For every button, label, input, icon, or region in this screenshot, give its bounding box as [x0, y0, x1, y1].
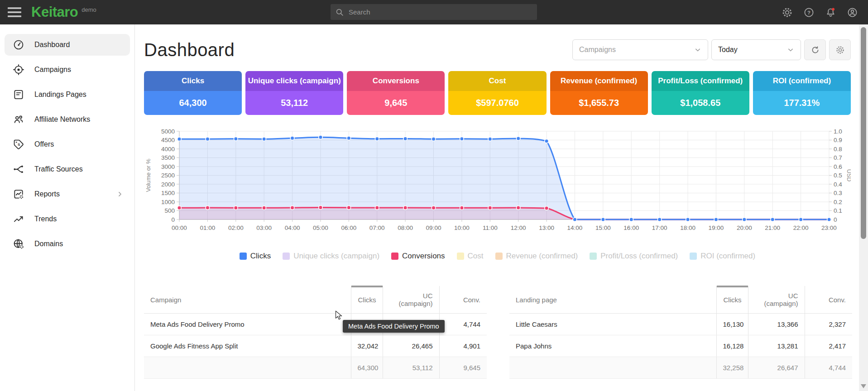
svg-text:17:00: 17:00 — [652, 224, 667, 231]
stat-card-value: 64,300 — [144, 91, 242, 115]
svg-text:11:00: 11:00 — [483, 224, 498, 231]
table-row-name[interactable]: Little Caesars — [509, 314, 716, 335]
totals-row: 32,25826,6474,744 — [509, 357, 852, 379]
table-row[interactable]: Little Caesars16,13013,3662,327 — [509, 314, 852, 335]
legend-item-roi-confirmed[interactable]: ROI (confirmed) — [690, 252, 755, 261]
sidebar-item-affiliate-networks[interactable]: Affiliate Networks — [5, 109, 130, 130]
main-content: Dashboard Campaigns Today Clicks64,3 — [135, 24, 859, 391]
user-icon[interactable] — [847, 7, 858, 18]
chevron-right-icon — [115, 190, 125, 199]
sidebar-item-campaigns[interactable]: Campaigns — [5, 59, 130, 81]
column-header-uc-campaign[interactable]: UC (campaign) — [383, 286, 439, 314]
stat-card-profit-loss-confirmed[interactable]: Profit/Loss (confirmed)$1,058.65 — [652, 71, 749, 115]
svg-text:04:00: 04:00 — [285, 224, 300, 231]
legend-item-profit-loss-confirmed[interactable]: Profit/Loss (confirmed) — [590, 252, 678, 261]
column-header-clicks[interactable]: Clicks — [716, 286, 748, 314]
sidebar-item-label: Landings Pages — [34, 91, 125, 99]
totals-cell — [509, 357, 716, 379]
menu-icon[interactable] — [8, 7, 21, 17]
traffic-chart[interactable]: 0500100015002000250030003500400045005000… — [144, 127, 851, 241]
legend-item-conversions[interactable]: Conversions — [391, 252, 445, 261]
svg-text:18:00: 18:00 — [680, 224, 695, 231]
campaigns-icon — [13, 64, 24, 76]
notification-badge — [832, 8, 834, 10]
stat-card-label: Clicks — [144, 71, 242, 91]
search-box[interactable] — [331, 4, 537, 20]
svg-text:12:00: 12:00 — [511, 224, 526, 231]
svg-text:3000: 3000 — [161, 163, 175, 170]
table-row-name[interactable]: Google Ads Fitness App Split — [144, 335, 351, 357]
svg-text:0.3: 0.3 — [834, 190, 842, 196]
stat-card-revenue-confirmed[interactable]: Revenue (confirmed)$1,655.73 — [550, 71, 648, 115]
stat-card-clicks[interactable]: Clicks64,300 — [144, 71, 242, 115]
svg-text:09:00: 09:00 — [426, 224, 441, 231]
stat-card-label: Unique clicks (campaign) — [245, 71, 343, 91]
logo[interactable]: Keitaro demo — [31, 4, 96, 21]
sidebar-item-trends[interactable]: Trends — [5, 208, 130, 230]
table-row[interactable]: Papa Johns16,12813,2812,417 — [509, 335, 852, 357]
stat-card-unique-clicks-campaign[interactable]: Unique clicks (campaign)53,112 — [245, 71, 343, 115]
svg-text:16:00: 16:00 — [623, 224, 639, 231]
column-header-campaign[interactable]: Campaign — [144, 286, 351, 314]
search-input[interactable] — [349, 8, 532, 16]
sidebar-item-dashboard[interactable]: Dashboard — [5, 34, 130, 56]
legend-item-revenue-confirmed[interactable]: Revenue (confirmed) — [495, 252, 578, 261]
column-header-conv[interactable]: Conv. — [805, 286, 852, 314]
legend-swatch — [590, 253, 597, 260]
svg-text:3500: 3500 — [161, 154, 175, 161]
totals-cell: 64,300 — [351, 357, 383, 379]
svg-text:1.0: 1.0 — [834, 128, 842, 135]
affiliate-icon — [13, 114, 24, 125]
stat-card-label: Profit/Loss (confirmed) — [652, 71, 749, 91]
help-icon[interactable]: ? — [803, 7, 815, 18]
gear-icon[interactable] — [782, 7, 793, 18]
dashboard-settings-button[interactable] — [829, 39, 851, 60]
svg-text:0.1: 0.1 — [834, 207, 842, 214]
svg-text:02:00: 02:00 — [228, 224, 244, 231]
legend-label: Unique clicks (campaign) — [293, 252, 379, 261]
svg-text:10:00: 10:00 — [454, 224, 470, 231]
reports-icon — [13, 188, 24, 200]
column-header-conv[interactable]: Conv. — [439, 286, 487, 314]
legend-item-unique-clicks-campaign[interactable]: Unique clicks (campaign) — [283, 252, 379, 261]
svg-text:03:00: 03:00 — [256, 224, 272, 231]
stat-card-label: Cost — [448, 71, 546, 91]
svg-text:0.9: 0.9 — [834, 137, 842, 143]
campaigns-filter-value: Campaigns — [579, 46, 616, 54]
stat-card-conversions[interactable]: Conversions9,645 — [347, 71, 445, 115]
scroll-down-arrow[interactable] — [861, 384, 866, 388]
refresh-button[interactable] — [804, 39, 826, 60]
table-row-name[interactable]: Papa Johns — [509, 335, 716, 357]
sidebar-item-offers[interactable]: SOffers — [5, 134, 130, 155]
svg-text:06:00: 06:00 — [341, 224, 356, 231]
stat-card-value: $597.0760 — [448, 91, 546, 115]
stat-card-roi-confirmed[interactable]: ROI (confirmed)177.31% — [753, 71, 851, 115]
column-header-uc-campaign[interactable]: UC (campaign) — [748, 286, 805, 314]
sidebar-item-label: Domains — [34, 240, 125, 248]
chevron-down-icon — [693, 45, 702, 54]
sidebar-item-domains[interactable]: Domains — [5, 233, 130, 255]
scrollbar-thumb[interactable] — [861, 27, 866, 239]
column-header-landing-page[interactable]: Landing page — [509, 286, 716, 314]
campaigns-filter-select[interactable]: Campaigns — [572, 39, 708, 60]
svg-text:1500: 1500 — [161, 190, 175, 196]
column-header-clicks[interactable]: Clicks — [351, 286, 383, 314]
sidebar-item-landings-pages[interactable]: Landings Pages — [5, 84, 130, 105]
table-row-name[interactable]: Meta Ads Food Delivery Promo — [144, 314, 351, 335]
table-row[interactable]: Google Ads Fitness App Split32,04226,465… — [144, 335, 487, 357]
svg-text:4500: 4500 — [161, 137, 175, 143]
summary-tables: CampaignClicksUC (campaign)Conv.Meta Ads… — [144, 286, 851, 379]
stat-card-cost[interactable]: Cost$597.0760 — [448, 71, 546, 115]
sidebar-item-traffic-sources[interactable]: Traffic Sources — [5, 158, 130, 180]
legend-item-clicks[interactable]: Clicks — [240, 252, 271, 261]
svg-text:500: 500 — [164, 207, 175, 214]
date-range-select[interactable]: Today — [711, 39, 801, 60]
svg-text:08:00: 08:00 — [398, 224, 413, 231]
sidebar-item-reports[interactable]: Reports — [5, 183, 130, 205]
stat-card-value: 53,112 — [245, 91, 343, 115]
scrollbar-track[interactable] — [859, 24, 868, 391]
legend-item-cost[interactable]: Cost — [457, 252, 484, 261]
bell-icon[interactable] — [825, 7, 836, 18]
topbar: Keitaro demo ? — [0, 0, 868, 24]
svg-text:USD: USD — [846, 169, 851, 181]
